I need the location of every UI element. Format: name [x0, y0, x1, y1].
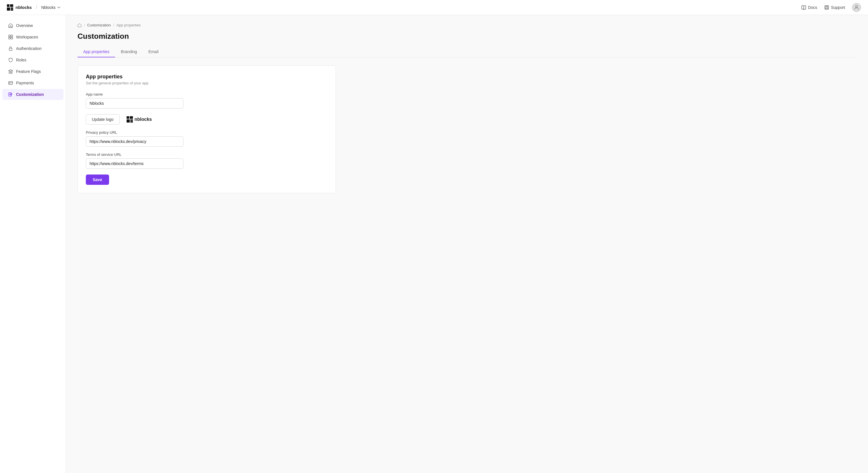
sidebar-item-feature-flags[interactable]: Feature Flags [2, 66, 63, 77]
user-avatar[interactable] [852, 3, 861, 12]
terms-input[interactable] [86, 158, 183, 169]
save-button[interactable]: Save [86, 175, 109, 185]
sidebar-item-customization[interactable]: Customization [2, 89, 63, 100]
svg-rect-23 [127, 116, 129, 119]
sidebar-item-authentication[interactable]: Authentication [2, 43, 63, 54]
card-icon [8, 81, 13, 86]
sidebar-item-workspaces[interactable]: Workspaces [2, 32, 63, 42]
main-content: / Customization / App properties Customi… [66, 15, 868, 473]
user-icon [854, 5, 859, 10]
preview-logo-icon [127, 116, 133, 123]
svg-rect-20 [9, 93, 11, 96]
svg-rect-12 [9, 35, 10, 37]
svg-rect-19 [9, 84, 10, 84]
svg-rect-0 [7, 4, 9, 7]
svg-rect-3 [11, 7, 13, 9]
layers-icon [8, 69, 13, 74]
breadcrumb-parent[interactable]: Customization [87, 23, 111, 27]
app-name-label: Nblocks [41, 5, 56, 10]
sidebar-label-authentication: Authentication [16, 46, 42, 51]
breadcrumb-current-page: App properties [117, 23, 141, 27]
section-subtitle: Set the general properties of your app [86, 81, 328, 85]
breadcrumb-home[interactable] [78, 23, 82, 27]
breadcrumb-separator: / [84, 23, 85, 27]
logo-text: nblocks [16, 5, 32, 10]
support-link[interactable]: Support [824, 5, 845, 10]
logo-icon [7, 4, 13, 11]
svg-rect-1 [10, 4, 13, 7]
grid-icon [8, 34, 13, 40]
lock-icon [8, 46, 13, 51]
sidebar-label-workspaces: Workspaces [16, 35, 38, 39]
sidebar-label-roles: Roles [16, 58, 26, 62]
svg-rect-15 [11, 37, 12, 39]
terms-group: Terms of service URL [86, 152, 328, 169]
app-name-dropdown[interactable]: Nblocks [41, 5, 61, 10]
svg-rect-14 [9, 37, 10, 39]
page-title: Customization [78, 32, 857, 41]
svg-rect-26 [130, 119, 133, 121]
app-name-input[interactable] [86, 98, 183, 108]
docs-link[interactable]: Docs [801, 5, 817, 10]
logo[interactable]: nblocks [7, 4, 32, 11]
sidebar-label-overview: Overview [16, 23, 33, 28]
book-icon [801, 5, 806, 10]
tab-email[interactable]: Email [143, 46, 164, 57]
nav-divider: / [36, 4, 37, 10]
privacy-policy-label: Privacy policy URL [86, 130, 328, 135]
privacy-policy-input[interactable] [86, 136, 183, 147]
svg-rect-24 [130, 116, 133, 119]
app-name-label: App name [86, 92, 328, 96]
support-label: Support [831, 5, 845, 10]
layout: Overview Workspaces Authentication [0, 15, 868, 473]
edit-icon [8, 92, 13, 97]
svg-rect-27 [130, 121, 133, 123]
top-nav: nblocks / Nblocks Docs Suppo [0, 0, 868, 15]
svg-point-11 [856, 5, 858, 7]
logo-row: Update logo nblocks [86, 114, 328, 125]
app-properties-card: App properties Set the general propertie… [78, 65, 336, 193]
svg-rect-13 [11, 35, 12, 37]
tab-branding[interactable]: Branding [115, 46, 143, 57]
sidebar-label-feature-flags: Feature Flags [16, 69, 41, 74]
update-logo-button[interactable]: Update logo [86, 114, 120, 125]
shield-icon [8, 57, 13, 63]
tab-app-properties[interactable]: App properties [78, 46, 115, 57]
topnav-left: nblocks / Nblocks [7, 4, 61, 11]
chevron-down-icon [57, 5, 61, 9]
sidebar: Overview Workspaces Authentication [0, 15, 66, 473]
sidebar-label-payments: Payments [16, 81, 34, 85]
topnav-right: Docs Support [801, 3, 861, 12]
section-title: App properties [86, 74, 328, 80]
preview-logo-text: nblocks [135, 117, 152, 122]
sidebar-item-payments[interactable]: Payments [2, 77, 63, 88]
svg-rect-25 [127, 119, 130, 123]
svg-rect-16 [9, 48, 12, 51]
sidebar-item-roles[interactable]: Roles [2, 55, 63, 65]
svg-rect-2 [7, 7, 10, 11]
breadcrumb-separator-2: / [113, 23, 114, 27]
sidebar-label-customization: Customization [16, 92, 43, 97]
app-name-group: App name [86, 92, 328, 108]
tabs: App properties Branding Email [78, 46, 857, 57]
svg-rect-17 [9, 82, 12, 84]
svg-point-6 [826, 7, 828, 8]
logo-preview: nblocks [127, 116, 152, 123]
home-icon [8, 23, 13, 28]
privacy-policy-group: Privacy policy URL [86, 130, 328, 147]
svg-rect-4 [11, 9, 13, 11]
breadcrumb-home-icon [78, 23, 82, 27]
sidebar-item-overview[interactable]: Overview [2, 20, 63, 31]
support-icon [824, 5, 829, 10]
docs-label: Docs [808, 5, 817, 10]
terms-label: Terms of service URL [86, 152, 328, 157]
breadcrumb: / Customization / App properties [78, 23, 857, 27]
